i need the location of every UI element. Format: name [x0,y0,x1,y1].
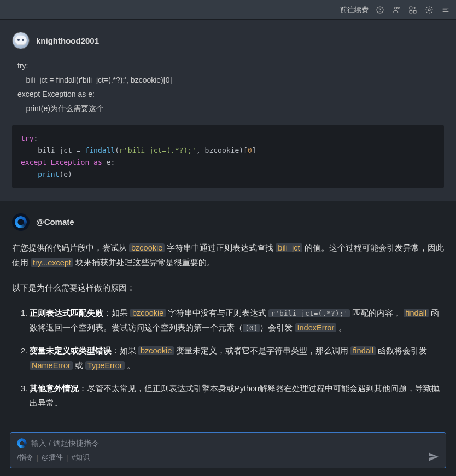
code-chip: r'bili_jct=(.*?);' [268,309,350,317]
code-chip: IndexError [295,323,337,332]
bot-message-head: @Comate [12,213,444,231]
code-chip: findall [404,309,429,317]
user-message-head: knighthood2001 [12,32,444,49]
txt: 在您提供的代码片段中，尝试从 [12,243,129,252]
tok: = [77,146,85,154]
li-title: 其他意外情况 [30,384,79,393]
txt: 变量未定义，或者它不是字符串类型，那么调用 [174,346,350,355]
txt: 匹配的内容， [350,309,404,317]
tok: bili_jct [38,146,76,154]
tok: 0 [248,146,252,154]
txt: 。 [336,323,347,332]
list-item: 正则表达式匹配失败：如果 bzcookie 字符串中没有与正则表达式 r'bil… [30,306,444,336]
code-chip: try...except [31,258,73,267]
txt: 字符串中没有与正则表达式 [166,309,268,317]
tok: try [21,134,33,142]
tok: Exception [51,158,89,166]
tok: r'bili_jct=(.*?);' [119,146,196,154]
tok: except [21,158,46,166]
hint-plugin[interactable]: @插件 [42,452,63,462]
user-line: bili_jct = findall(r'bili_jct=(.*?);', b… [17,73,444,88]
comate-logo-icon [17,438,27,448]
tok: e [63,170,68,178]
composer[interactable]: /指令 | @插件 | #知识 [10,432,446,468]
tok [21,170,38,178]
code-chip: bili_jct [276,243,302,252]
li-title: 正则表达式匹配失败 [30,309,103,317]
bot-name: @Comate [36,217,74,227]
hint-knowledge[interactable]: #知识 [72,452,90,462]
code-chip: NameError [30,361,73,370]
bot-avatar [12,213,30,231]
tok: : [110,158,115,166]
prompt-input[interactable] [31,439,439,448]
user-line: except Exception as e: [17,88,444,102]
menu-icon[interactable] [441,5,451,15]
tok: ( [115,146,119,154]
code-chip: bzcookie [138,346,174,355]
user-name: knighthood2001 [36,36,99,45]
svg-point-2 [395,7,397,9]
bot-message-body: 在您提供的代码片段中，尝试从 bzcookie 字符串中通过正则表达式查找 bi… [12,241,444,406]
code-chip: bzcookie [130,309,166,317]
txt: ：如果 [103,309,130,317]
svg-point-7 [428,9,430,11]
bot-ordered-list: 正则表达式匹配失败：如果 bzcookie 字符串中没有与正则表达式 r'bil… [12,306,444,406]
user-message-body: try: bili_jct = findall(r'bili_jct=(.*?)… [12,59,444,116]
user-avatar [12,32,30,49]
tok: findall [85,146,115,154]
svg-rect-6 [413,10,416,13]
li-title: 变量未定义或类型错误 [30,346,112,355]
tok [21,146,38,154]
txt: 或 [73,361,85,370]
txt: ：尽管不太常见，但正则表达式引擎本身或Python解释器在处理过程中可能会遇到其… [30,384,440,406]
txt: ）会引发 [260,323,295,332]
code-chip: bzcookie [129,243,165,252]
tok: , [196,146,205,154]
txt: 块来捕获并处理这些异常是很重要的。 [73,258,215,267]
user-status-icon[interactable] [391,5,401,15]
user-line: try: [17,59,444,73]
user-code-block: try: bili_jct = findall(r'bili_jct=(.*?)… [12,125,444,188]
bot-paragraph: 以下是为什么需要这样做的原因： [12,281,444,296]
svg-point-3 [398,7,400,8]
code-chip: TypeError [85,361,125,370]
send-icon[interactable] [428,451,439,462]
renew-link[interactable]: 前往续费 [340,5,369,15]
txt: 函数将会引发 [376,346,427,355]
txt: 。 [125,361,135,370]
svg-rect-4 [410,7,412,9]
tok: print [38,170,59,178]
hint-command[interactable]: /指令 [17,452,33,462]
hint-sep: | [37,454,38,462]
bot-paragraph: 在您提供的代码片段中，尝试从 bzcookie 字符串中通过正则表达式查找 bi… [12,241,444,271]
composer-area: /指令 | @插件 | #知识 [0,423,456,476]
tok [46,158,51,166]
tok: ) [68,170,72,178]
user-message: knighthood2001 try: bili_jct = findall(r… [0,20,456,201]
tok: ] [252,146,256,154]
composer-hints: /指令 | @插件 | #知识 [17,452,439,462]
svg-point-1 [379,11,380,11]
svg-rect-5 [410,10,412,13]
bot-message: @Comate 在您提供的代码片段中，尝试从 bzcookie 字符串中通过正则… [0,201,456,406]
code-chip: findall [350,346,376,355]
help-icon[interactable] [375,5,385,15]
txt: ：如果 [112,346,138,355]
tok: bzcookie [205,146,239,154]
user-line: print(e)为什么需要这个 [17,102,444,116]
grid-add-icon[interactable] [408,5,418,15]
gear-icon[interactable] [424,5,434,15]
list-item: 变量未定义或类型错误：如果 bzcookie 变量未定义，或者它不是字符串类型，… [30,344,444,374]
conversation-panel: knighthood2001 try: bili_jct = findall(r… [0,20,456,406]
tok: as [89,158,106,166]
tok: )[ [239,146,248,154]
code-chip: [0] [243,324,260,332]
txt: 字符串中通过正则表达式查找 [165,243,276,252]
header-bar: 前往续费 [0,0,456,20]
hint-sep: | [66,454,68,462]
list-item: 其他意外情况：尽管不太常见，但正则表达式引擎本身或Python解释器在处理过程中… [30,381,444,406]
